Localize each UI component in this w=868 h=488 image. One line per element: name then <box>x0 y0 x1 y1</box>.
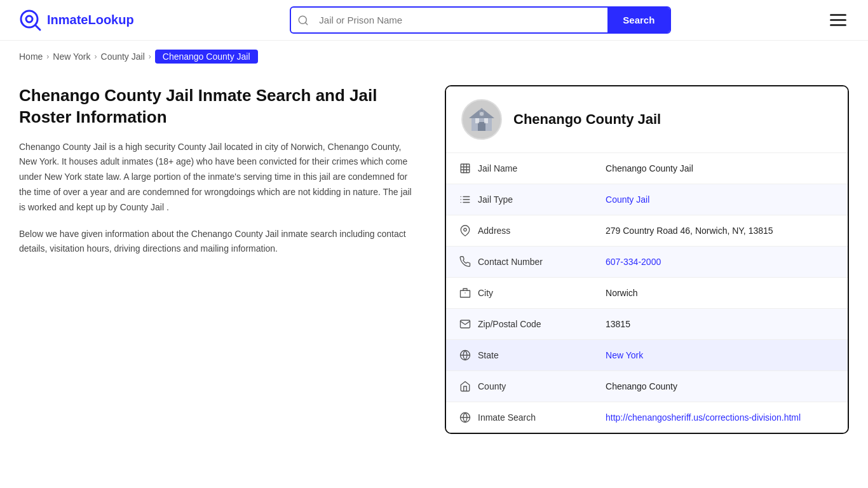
main-content: Chenango County Jail Inmate Search and J… <box>0 72 868 459</box>
svg-rect-24 <box>461 290 470 297</box>
breadcrumb-chevron: › <box>46 52 49 61</box>
info-label-text: City <box>478 288 493 298</box>
info-label-text: Jail Name <box>478 163 517 173</box>
hamburger-line <box>830 14 846 16</box>
info-table: Jail NameChenango County JailJail TypeCo… <box>446 153 848 433</box>
site-header: InmateLookup Search <box>0 0 868 41</box>
info-label-text: Inmate Search <box>478 412 536 423</box>
info-value-zip/postal-code: 13815 <box>593 309 848 340</box>
hamburger-menu[interactable] <box>827 11 849 29</box>
info-label-text: County <box>478 381 506 391</box>
list-icon <box>459 193 471 206</box>
hamburger-line <box>830 19 846 21</box>
info-label-state: State <box>446 340 573 370</box>
info-label-zip/postal-code: Zip/Postal Code <box>446 309 573 339</box>
breadcrumb-chevron: › <box>95 52 97 61</box>
info-card: Chenango County Jail Jail NameChenango C… <box>445 85 849 434</box>
left-column: Chenango County Jail Inmate Search and J… <box>19 85 426 257</box>
info-value-county: Chenango County <box>593 371 848 402</box>
page-description: Chenango County Jail is a high security … <box>19 140 413 215</box>
info-label-jail-type: Jail Type <box>446 184 573 215</box>
search-input[interactable] <box>315 8 607 32</box>
svg-rect-8 <box>475 118 479 123</box>
info-label-address: Address <box>446 215 573 246</box>
svg-point-1 <box>26 16 32 22</box>
globe-icon <box>459 349 471 362</box>
info-label-jail-name: Jail Name <box>446 153 573 184</box>
breadcrumb-state[interactable]: New York <box>53 51 90 62</box>
logo-icon <box>19 9 42 32</box>
card-jail-name: Chenango County Jail <box>513 111 661 128</box>
breadcrumb-category[interactable]: County Jail <box>101 51 145 62</box>
card-header: Chenango County Jail <box>446 86 848 153</box>
svg-rect-12 <box>461 164 470 173</box>
breadcrumb-current: Chenango County Jail <box>155 50 258 64</box>
svg-rect-6 <box>478 122 485 131</box>
svg-rect-9 <box>484 118 488 123</box>
info-label-county: County <box>446 371 573 402</box>
hamburger-line <box>830 24 846 26</box>
info-label-inmate-search: Inmate Search <box>446 402 573 433</box>
jail-building-icon <box>466 104 497 135</box>
info-value-city: Norwich <box>593 278 848 309</box>
building-icon <box>459 162 471 175</box>
svg-point-10 <box>480 112 484 116</box>
breadcrumb: Home › New York › County Jail › Chenango… <box>0 41 868 72</box>
info-value-contact-number: 607-334-2000 <box>593 247 848 278</box>
jail-thumbnail <box>461 99 502 140</box>
pin-icon <box>459 224 471 237</box>
info-label-city: City <box>446 278 573 308</box>
page-description-2: Below we have given information about th… <box>19 227 413 257</box>
logo[interactable]: InmateLookup <box>19 9 134 32</box>
breadcrumb-chevron: › <box>149 52 151 61</box>
mail-icon <box>459 318 471 330</box>
svg-line-2 <box>36 25 40 30</box>
search-bar: Search <box>290 6 671 34</box>
info-label-text: Jail Type <box>478 194 513 205</box>
info-value-inmate-search: http://chenangosheriff.us/corrections-di… <box>593 402 848 433</box>
info-label-contact-number: Contact Number <box>446 247 573 277</box>
info-label-text: Contact Number <box>478 257 543 267</box>
city-icon <box>459 287 471 299</box>
info-value-state: New York <box>593 340 848 371</box>
county-icon <box>459 380 471 393</box>
search-button[interactable]: Search <box>607 8 670 32</box>
page-title: Chenango County Jail Inmate Search and J… <box>19 85 413 128</box>
breadcrumb-home[interactable]: Home <box>19 51 43 62</box>
info-label-text: Address <box>478 226 510 236</box>
phone-icon <box>459 255 471 268</box>
info-label-text: State <box>478 350 499 360</box>
search-icon <box>291 15 315 26</box>
svg-point-23 <box>464 228 467 231</box>
site-name: InmateLookup <box>47 13 134 27</box>
info-value-address: 279 Country Road 46, Norwich, NY, 13815 <box>593 215 848 247</box>
info-value-jail-type: County Jail <box>593 184 848 215</box>
search-globe-icon <box>459 411 471 424</box>
info-label-text: Zip/Postal Code <box>478 319 541 329</box>
svg-line-4 <box>306 22 308 24</box>
info-value-jail-name: Chenango County Jail <box>593 153 848 184</box>
